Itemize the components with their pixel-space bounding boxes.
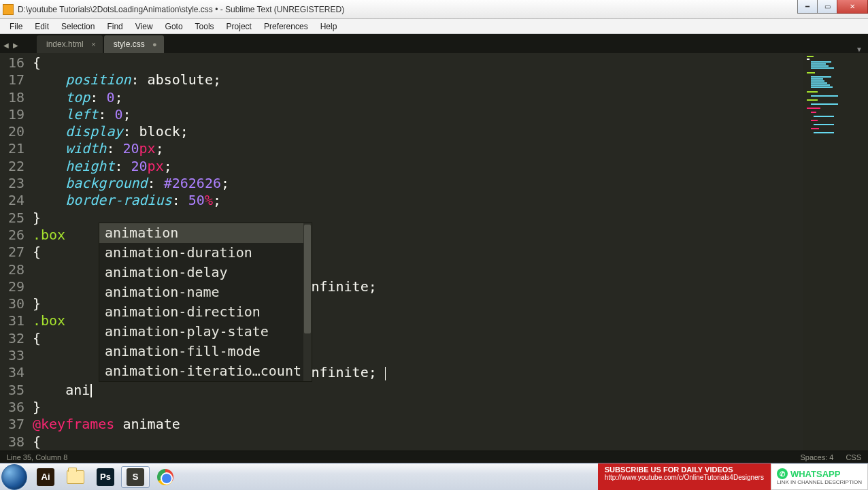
tab-style-css[interactable]: style.css ● <box>104 35 164 53</box>
autocomplete-item[interactable]: animation-iteratio…count <box>99 361 312 381</box>
tab-dirty-icon: ● <box>152 40 157 48</box>
tab-close-icon[interactable]: × <box>91 40 95 48</box>
minimize-button[interactable]: ━ <box>797 0 818 14</box>
tab-index-html[interactable]: index.html × <box>37 35 103 53</box>
close-button[interactable]: ✕ <box>837 0 868 14</box>
status-cursor-position[interactable]: Line 35, Column 8 <box>7 453 67 461</box>
menu-help[interactable]: Help <box>315 20 343 33</box>
taskbar-explorer[interactable] <box>61 466 90 488</box>
autocomplete-item[interactable]: animation <box>99 223 312 243</box>
minimap[interactable] <box>803 53 868 451</box>
tab-label: style.css <box>114 39 145 49</box>
text-cursor <box>90 384 92 397</box>
windows-taskbar: Ai Ps S SUBSCRIBE US FOR DAILY VIDEOS ht… <box>0 463 868 490</box>
promo-subscribe: SUBSCRIBE US FOR DAILY VIDEOS http://www… <box>598 463 771 490</box>
tab-overflow-icon[interactable]: ▼ <box>856 46 863 53</box>
menu-project[interactable]: Project <box>221 20 257 33</box>
menu-edit[interactable]: Edit <box>29 20 54 33</box>
folder-icon <box>67 470 84 484</box>
app-window: D:\youtube Tutorials\2DotsLoadingAnimati… <box>0 0 868 490</box>
menu-view[interactable]: View <box>130 20 158 33</box>
window-title: D:\youtube Tutorials\2DotsLoadingAnimati… <box>18 5 344 14</box>
autocomplete-popup[interactable]: animation animation-duration animation-d… <box>99 223 312 382</box>
autocomplete-item[interactable]: animation-direction <box>99 302 312 322</box>
titlebar: D:\youtube Tutorials\2DotsLoadingAnimati… <box>0 0 868 19</box>
tab-bar: ◀ ▶ index.html × style.css ● ▼ <box>0 34 868 53</box>
taskbar-illustrator[interactable]: Ai <box>31 466 60 488</box>
menu-selection[interactable]: Selection <box>56 20 100 33</box>
menu-tools[interactable]: Tools <box>190 20 220 33</box>
autocomplete-item[interactable]: animation-name <box>99 282 312 302</box>
window-controls: ━ ▭ ✕ <box>798 0 868 14</box>
taskbar-chrome[interactable] <box>151 466 180 488</box>
statusbar: Line 35, Column 8 Spaces: 4 CSS <box>0 451 868 463</box>
menu-file[interactable]: File <box>4 20 28 33</box>
editor[interactable]: 16 17 18 19 20 21 22 23 24 25 26 27 28 2… <box>0 53 868 451</box>
taskbar-photoshop[interactable]: Ps <box>91 466 120 488</box>
promo-whatsapp: ✆WHATSAPP LINK IN CHANNEL DESCRIPTION <box>771 463 868 490</box>
taskbar-sublime[interactable]: S <box>121 466 150 488</box>
menu-goto[interactable]: Goto <box>160 20 188 33</box>
tab-nav-forward[interactable]: ▶ <box>11 37 20 53</box>
line-gutter: 16 17 18 19 20 21 22 23 24 25 26 27 28 2… <box>0 53 33 451</box>
menu-find[interactable]: Find <box>101 20 128 33</box>
status-syntax[interactable]: CSS <box>846 453 861 461</box>
whatsapp-icon: ✆ <box>777 468 788 479</box>
menubar: File Edit Selection Find View Goto Tools… <box>0 19 868 34</box>
tab-nav-back[interactable]: ◀ <box>1 37 11 53</box>
app-icon <box>3 4 14 15</box>
tab-label: index.html <box>46 39 84 49</box>
chrome-icon <box>157 469 173 485</box>
menu-preferences[interactable]: Preferences <box>258 20 314 33</box>
start-button[interactable] <box>1 464 27 490</box>
taskbar-overlay: SUBSCRIBE US FOR DAILY VIDEOS http://www… <box>598 463 868 490</box>
secondary-cursor <box>385 367 386 380</box>
autocomplete-item[interactable]: animation-duration <box>99 243 312 263</box>
code-area[interactable]: { position: absolute; top: 0; left: 0; d… <box>33 53 803 451</box>
maximize-button[interactable]: ▭ <box>817 0 837 14</box>
autocomplete-item[interactable]: animation-fill-mode <box>99 342 312 361</box>
autocomplete-scrollbar[interactable] <box>303 223 312 381</box>
autocomplete-item[interactable]: animation-play-state <box>99 322 312 342</box>
autocomplete-item[interactable]: animation-delay <box>99 263 312 282</box>
status-indent[interactable]: Spaces: 4 <box>800 453 833 461</box>
